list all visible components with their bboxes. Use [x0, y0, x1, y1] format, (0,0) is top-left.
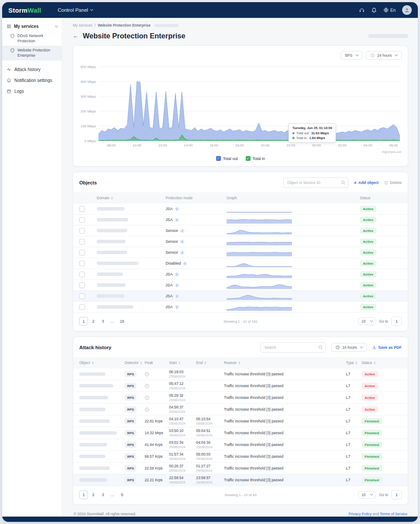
object-row[interactable]: Sensor Active [73, 247, 408, 258]
object-row[interactable]: JSA Active [73, 269, 408, 280]
object-row[interactable]: JSA Active [73, 302, 408, 313]
row-checkbox[interactable] [79, 282, 85, 288]
object-search-input[interactable] [283, 177, 349, 188]
sidebar-item-notification-settings[interactable]: Notification settings [2, 75, 62, 86]
page-size-select[interactable]: 10 [358, 491, 376, 499]
back-button[interactable]: ← [73, 33, 78, 39]
legend-item[interactable]: Total out [216, 156, 238, 161]
page-button[interactable]: 5 [118, 490, 126, 499]
page-button[interactable]: 3 [98, 490, 107, 499]
column-detector[interactable]: Detector [125, 361, 145, 365]
attack-type: L7 [346, 407, 362, 412]
sidebar-group-my-services[interactable]: My services [2, 21, 62, 31]
checkbox-checked-icon[interactable] [246, 156, 251, 161]
object-row[interactable]: Sensor Active [73, 225, 408, 236]
row-checkbox[interactable] [79, 250, 85, 255]
status-badge: Active [360, 228, 376, 234]
attack-row[interactable]: RPS 05:29:32 25/06/2024 [73, 392, 408, 404]
object-row[interactable]: JSA Active [73, 204, 408, 214]
column-type[interactable]: Type [346, 361, 362, 365]
info-icon[interactable] [175, 294, 179, 298]
goto-label: Go to [379, 319, 388, 323]
time-range-select[interactable]: 24 hours [366, 51, 402, 60]
attack-row[interactable]: RPS 22.21 Krps 22:58:54 24/06/2024 [73, 474, 408, 486]
info-icon[interactable] [175, 305, 179, 309]
privacy-policy-link[interactable]: Privacy Policy [349, 512, 372, 516]
peak-value: 14.32 Mrps [145, 431, 163, 435]
start-date: 24/06/2024 [169, 480, 186, 484]
row-checkbox[interactable] [79, 228, 85, 234]
sidebar-service-item[interactable]: DDoS Network Protection [2, 31, 62, 46]
info-icon[interactable] [175, 283, 179, 287]
page-button[interactable]: 3 [98, 317, 107, 326]
row-checkbox[interactable] [79, 206, 85, 212]
column-end[interactable]: End [196, 361, 224, 365]
page-button[interactable]: 1 [79, 317, 88, 326]
object-row[interactable]: JSA Active [73, 291, 408, 302]
language-selector[interactable]: En [383, 7, 396, 13]
column-start[interactable]: Start [169, 361, 196, 365]
delete-button[interactable]: Delete [384, 180, 402, 185]
row-checkbox[interactable] [79, 272, 85, 277]
row-checkbox[interactable] [79, 261, 85, 266]
support-headset-icon[interactable] [359, 7, 365, 13]
attack-range-select[interactable]: 24 hours [331, 343, 367, 352]
column-reason[interactable]: Reason [224, 361, 346, 365]
attack-row[interactable]: RPS 22.81 Krps 04:10:47 25/06/2024 [73, 415, 408, 427]
row-checkbox[interactable] [79, 217, 85, 223]
info-icon[interactable] [175, 218, 179, 222]
add-object-button[interactable]: Add object [354, 180, 379, 185]
stormwall-logo[interactable]: StormWall [8, 7, 41, 14]
checkbox-checked-icon[interactable] [216, 156, 221, 161]
attack-row[interactable]: RPS 22.59 Krps 00:26:37 25/06/2024 [73, 463, 408, 474]
attack-row[interactable]: RPS 14.32 Mrps 03:50:10 25/06/2024 [73, 427, 408, 439]
object-row[interactable]: Sensor Active [73, 236, 408, 247]
goto-page-input[interactable] [391, 316, 402, 326]
goto-page-input[interactable] [391, 490, 402, 500]
legend-item[interactable]: Total in [246, 156, 265, 161]
object-row[interactable]: JSA Active [73, 280, 408, 291]
info-icon[interactable] [180, 251, 184, 255]
column-domain[interactable]: Domain [97, 196, 166, 200]
notifications-bell-icon[interactable] [371, 7, 377, 13]
page-button[interactable]: … [108, 317, 117, 326]
attack-row[interactable]: RPS 99.57 Krps 01:57:34 25/06/2024 [73, 451, 408, 463]
sidebar-item-logs[interactable]: Logs [2, 86, 62, 97]
attack-history-card: Attack history 24 hours [73, 337, 408, 505]
attack-reason: Traffic increase threshold [3] passed [224, 466, 346, 470]
column-status[interactable]: Status [362, 361, 402, 365]
row-checkbox[interactable] [79, 293, 85, 299]
row-checkbox[interactable] [79, 239, 85, 245]
tooltip-value: 31.63 Mbps [311, 131, 329, 135]
attack-row[interactable]: RPS 41.84 Krps 03:01:34 25/06/2024 [73, 439, 408, 451]
sidebar-service-item[interactable]: Website Protection Enterprise [2, 46, 62, 60]
info-icon[interactable] [175, 272, 179, 276]
attack-row[interactable]: RPS 04:58:37 25/06/2024 [73, 404, 408, 415]
avatar[interactable] [402, 5, 412, 15]
object-row[interactable]: JSA Active [73, 214, 408, 225]
page-button[interactable]: 19 [118, 317, 126, 326]
terms-of-service-link[interactable]: Terms of Service [380, 512, 407, 516]
info-icon[interactable] [183, 262, 187, 265]
traffic-chart[interactable]: 0 Mbps100 Mbps200 Mbps300 Mbps400 Mbps50… [79, 63, 402, 152]
page-button[interactable]: 1 [79, 490, 88, 499]
attack-row[interactable]: RPS 06:18:03 25/06/2024 [73, 368, 408, 380]
column-object[interactable]: Object [79, 361, 125, 365]
page-size-select[interactable]: 10 [358, 317, 376, 325]
save-as-pdf-button[interactable]: Save as PDF [372, 345, 402, 350]
info-icon[interactable] [180, 229, 184, 233]
page-button[interactable]: 2 [89, 490, 98, 499]
info-icon[interactable] [175, 207, 179, 211]
unit-select[interactable]: BPS [341, 51, 362, 60]
sidebar-item-attack-history[interactable]: Attack history [2, 64, 62, 75]
page-button[interactable]: … [108, 490, 117, 499]
control-panel-menu[interactable]: Control Panel [58, 7, 93, 13]
breadcrumb-root[interactable]: My services [73, 23, 92, 27]
page-button[interactable]: 2 [89, 317, 98, 326]
row-checkbox[interactable] [79, 304, 85, 310]
object-row[interactable]: Disabled Active [73, 258, 408, 269]
attack-row[interactable]: RPS 05:47:12 25/06/2024 [73, 380, 408, 392]
highcharts-credit[interactable]: Highcharts.com [382, 150, 402, 153]
info-icon[interactable] [180, 240, 184, 244]
attack-search-input[interactable] [261, 342, 326, 353]
